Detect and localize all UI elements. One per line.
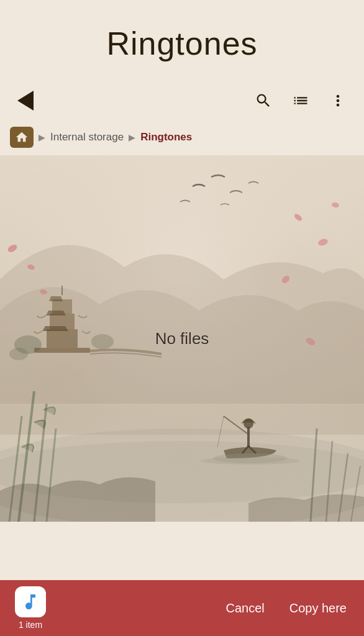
back-button[interactable] <box>15 88 36 113</box>
search-button[interactable] <box>252 89 275 112</box>
item-preview: 1 item <box>15 586 46 630</box>
svg-rect-5 <box>50 314 75 329</box>
breadcrumb-internal-storage[interactable]: Internal storage <box>50 131 124 143</box>
cancel-button[interactable]: Cancel <box>223 596 266 620</box>
empty-state-message: No files <box>155 329 209 348</box>
list-view-icon <box>292 92 309 109</box>
breadcrumb-arrow-1: ▶ <box>39 132 45 142</box>
breadcrumb-arrow-2: ▶ <box>129 132 135 142</box>
svg-point-34 <box>201 457 300 465</box>
page-title: Ringtones <box>12 25 352 62</box>
music-icon <box>20 592 40 612</box>
breadcrumb: ▶ Internal storage ▶ Ringtones <box>0 120 364 155</box>
svg-point-10 <box>9 348 28 360</box>
breadcrumb-current: Ringtones <box>140 131 192 143</box>
toolbar-left <box>15 88 36 113</box>
svg-rect-3 <box>34 348 90 353</box>
svg-point-9 <box>91 334 114 349</box>
more-options-button[interactable] <box>327 89 349 112</box>
main-content: No files <box>0 155 364 522</box>
back-icon <box>17 91 34 111</box>
item-count-label: 1 item <box>19 620 42 630</box>
item-icon <box>15 586 46 617</box>
svg-rect-4 <box>47 329 78 348</box>
svg-rect-6 <box>52 299 72 314</box>
title-area: Ringtones <box>0 0 364 81</box>
more-options-icon <box>329 92 347 109</box>
list-view-button[interactable] <box>289 89 312 112</box>
home-icon <box>15 130 29 144</box>
toolbar <box>0 81 364 120</box>
home-folder-button[interactable] <box>10 127 34 148</box>
copy-here-button[interactable]: Copy here <box>287 596 349 620</box>
action-bar: 1 item Cancel Copy here <box>0 580 364 636</box>
search-icon <box>255 92 272 109</box>
action-buttons: Cancel Copy here <box>223 596 349 620</box>
toolbar-right <box>252 89 349 112</box>
